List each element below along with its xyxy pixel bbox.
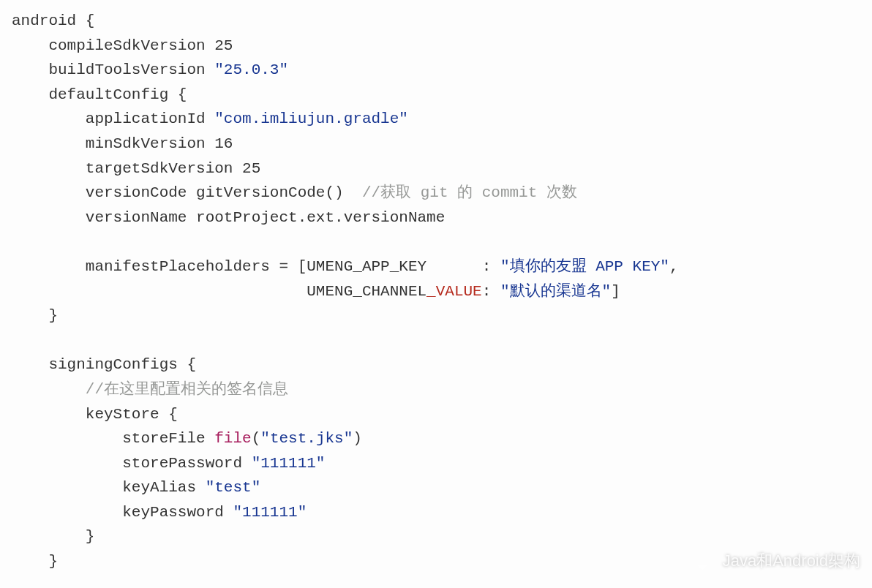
code-line: manifestPlaceholders = [UMENG_APP_KEY : …	[12, 258, 679, 275]
code-line: defaultConfig {	[12, 86, 187, 103]
code-line: applicationId "com.imliujun.gradle"	[12, 110, 408, 127]
code-line: minSdkVersion 16	[12, 135, 233, 152]
code-line: keyAlias "test"	[12, 479, 260, 496]
code-line: signingConfigs {	[12, 356, 196, 373]
code-line: UMENG_CHANNEL_VALUE: "默认的渠道名"]	[12, 283, 620, 300]
code-line: buildToolsVersion "25.0.3"	[12, 61, 288, 78]
code-line: versionName rootProject.ext.versionName	[12, 209, 445, 226]
code-line: //在这里配置相关的签名信息	[12, 381, 288, 398]
code-line: }	[12, 553, 58, 570]
code-line: storePassword "111111"	[12, 455, 325, 472]
code-line: keyPassword "111111"	[12, 504, 307, 521]
code-line: compileSdkVersion 25	[12, 37, 233, 54]
code-line: }	[12, 307, 58, 324]
code-line: targetSdkVersion 25	[12, 160, 260, 177]
code-line: keyStore {	[12, 406, 178, 423]
code-line: }	[12, 528, 94, 545]
code-line: android {	[12, 12, 94, 29]
code-block: android { compileSdkVersion 25 buildTool…	[0, 0, 872, 583]
code-line: storeFile file("test.jks")	[12, 430, 362, 447]
code-line: versionCode gitVersionCode() //获取 git 的 …	[12, 184, 577, 201]
